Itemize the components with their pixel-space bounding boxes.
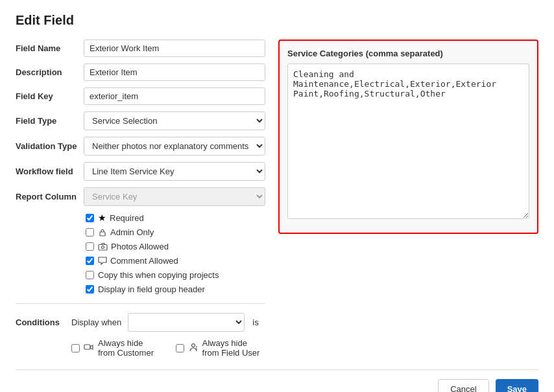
field-name-label: Field Name bbox=[16, 43, 84, 53]
display-when-label: Display when bbox=[71, 317, 121, 327]
display-when-select[interactable] bbox=[128, 313, 245, 332]
report-column-select[interactable]: Service Key bbox=[84, 187, 265, 206]
page-title: Edit Field bbox=[16, 13, 538, 28]
checkbox-display-header: Display in field group header bbox=[86, 284, 265, 294]
field-user-icon bbox=[188, 343, 199, 354]
hide-customer-label[interactable]: Always hide from Customer bbox=[98, 338, 160, 358]
svg-point-4 bbox=[191, 343, 195, 347]
hide-field-user-checkbox[interactable] bbox=[176, 344, 184, 352]
validation-type-select[interactable]: Neither photos nor explanatory comments … bbox=[84, 137, 265, 156]
validation-type-label: Validation Type bbox=[16, 141, 84, 151]
description-input[interactable] bbox=[84, 63, 265, 81]
customer-icon bbox=[84, 343, 94, 354]
hide-from-customer: Always hide from Customer bbox=[71, 338, 160, 358]
checkbox-photos-label[interactable]: Photos Allowed bbox=[111, 242, 169, 251]
description-label: Description bbox=[16, 67, 84, 77]
cancel-button[interactable]: Cancel bbox=[438, 379, 488, 392]
field-key-label: Field Key bbox=[16, 91, 84, 101]
hide-customer-checkbox[interactable] bbox=[71, 344, 80, 352]
checkbox-comment-label[interactable]: Comment Allowed bbox=[110, 256, 178, 266]
checkbox-comment-allowed: Comment Allowed bbox=[86, 256, 265, 266]
svg-point-2 bbox=[102, 246, 104, 249]
checkbox-admin-label[interactable]: Admin Only bbox=[110, 227, 154, 237]
workflow-field-label: Workflow field bbox=[16, 167, 84, 176]
checkbox-header-label[interactable]: Display in field group header bbox=[98, 284, 205, 294]
service-categories-panel: Service Categories (comma separated) Cle… bbox=[278, 40, 538, 234]
checkbox-comment-input[interactable] bbox=[86, 257, 94, 265]
service-categories-title: Service Categories (comma separated) bbox=[287, 49, 529, 58]
svg-rect-1 bbox=[99, 245, 107, 251]
checkbox-header-input[interactable] bbox=[86, 285, 94, 294]
service-categories-textarea[interactable]: Cleaning and Maintenance,Electrical,Exte… bbox=[287, 63, 529, 219]
svg-rect-3 bbox=[84, 345, 90, 349]
comment-icon bbox=[98, 257, 107, 265]
checkbox-copy-label[interactable]: Copy this when copying projects bbox=[98, 270, 219, 280]
checkbox-admin-only: Admin Only bbox=[86, 227, 265, 237]
checkbox-copy-project: Copy this when copying projects bbox=[86, 270, 265, 280]
field-name-input[interactable] bbox=[84, 40, 265, 57]
star-icon: ★ bbox=[98, 213, 106, 223]
lock-icon bbox=[98, 228, 107, 237]
checkbox-photos-input[interactable] bbox=[86, 242, 94, 251]
checkbox-required-input[interactable] bbox=[86, 214, 94, 222]
conditions-label: Conditions bbox=[16, 317, 67, 327]
camera-icon bbox=[98, 242, 108, 251]
checkbox-admin-input[interactable] bbox=[86, 228, 94, 236]
hide-from-field-user: Always hide from Field User bbox=[176, 338, 265, 358]
checkbox-required: ★ Required bbox=[86, 213, 265, 223]
field-key-input[interactable] bbox=[84, 87, 265, 105]
svg-rect-0 bbox=[100, 232, 105, 236]
workflow-field-select[interactable]: Line Item Service Key bbox=[84, 162, 265, 181]
report-column-label: Report Column bbox=[16, 192, 84, 202]
is-label: is bbox=[252, 317, 258, 327]
checkbox-copy-input[interactable] bbox=[86, 271, 94, 279]
hide-field-user-label[interactable]: Always hide from Field User bbox=[202, 338, 265, 358]
checkbox-photos-allowed: Photos Allowed bbox=[86, 242, 265, 251]
field-type-select[interactable]: Service Selection bbox=[84, 111, 265, 130]
checkbox-required-label[interactable]: Required bbox=[110, 213, 144, 223]
field-type-label: Field Type bbox=[16, 116, 84, 126]
save-button[interactable]: Save bbox=[496, 379, 538, 392]
